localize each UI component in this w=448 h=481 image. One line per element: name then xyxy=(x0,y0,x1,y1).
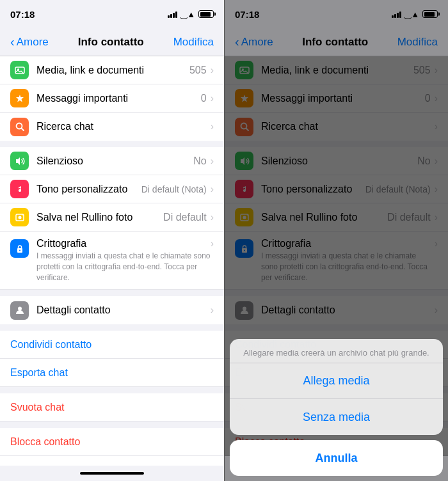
tone-value-left: Di default (Nota) xyxy=(141,184,207,194)
status-bar-left: 07:18 ‿▲ xyxy=(0,0,224,28)
nav-title-left: Info contatto xyxy=(78,36,144,49)
contact-details-row-left[interactable]: Dettagli contatto › xyxy=(0,296,224,324)
svg-point-10 xyxy=(18,307,22,311)
search-label-left: Ricerca chat xyxy=(36,121,211,132)
starred-row-left[interactable]: Messaggi importanti 0 › xyxy=(0,84,224,113)
wifi-icon: ‿▲ xyxy=(180,10,195,19)
time-left: 07:18 xyxy=(10,9,35,20)
media-label-left: Media, link e documenti xyxy=(36,65,189,76)
senza-media-button[interactable]: Senza media xyxy=(230,399,443,435)
svg-point-6 xyxy=(18,216,21,219)
condividi-label-left: Condividi contatto xyxy=(10,339,92,351)
back-label-left: Amore xyxy=(17,36,49,49)
content-left: Media, link e documenti 505 › Messaggi i… xyxy=(0,56,224,466)
svuota-label-left: Svuota chat xyxy=(10,402,65,413)
starred-label-left: Messaggi importanti xyxy=(36,93,201,104)
back-button-left[interactable]: ‹ Amore xyxy=(10,35,49,49)
lock-icon-left xyxy=(10,239,29,258)
blue-actions-left: Condividi contatto Esporta chat xyxy=(0,331,224,387)
media-icon-left xyxy=(10,61,29,79)
tone-label-left: Tono personalizzato xyxy=(36,184,141,195)
condividi-row-left[interactable]: Condividi contatto xyxy=(0,331,224,359)
mute-chevron-left: › xyxy=(211,155,214,167)
svuota-group-left: Svuota chat xyxy=(0,393,224,422)
starred-chevron-left: › xyxy=(211,93,214,104)
contact-details-chevron-left: › xyxy=(211,304,214,316)
encryption-row-left[interactable]: Crittografia I messaggi inviati a questa… xyxy=(0,232,224,290)
action-sheet-overlay: Allegare media creerà un archivio chat p… xyxy=(225,0,448,481)
encryption-title-left: Crittografia xyxy=(36,238,211,249)
annulla-button[interactable]: Annulla xyxy=(230,440,443,476)
group3-left: Dettagli contatto › xyxy=(0,296,224,324)
contact-icon-left xyxy=(10,301,29,320)
svg-point-7 xyxy=(22,214,24,216)
media-chevron-left: › xyxy=(211,65,214,76)
mute-value-left: No xyxy=(193,155,206,167)
battery-icon xyxy=(198,10,214,18)
action-sheet-cancel-group: Annulla xyxy=(230,440,443,476)
action-sheet: Allegare media creerà un archivio chat p… xyxy=(225,334,448,481)
svg-point-1 xyxy=(17,68,19,70)
action-sheet-title: Allegare media creerà un archivio chat p… xyxy=(230,339,443,363)
group1-left: Media, link e documenti 505 › Messaggi i… xyxy=(0,56,224,141)
allega-media-button[interactable]: Allega media xyxy=(230,363,443,399)
svuota-row-left[interactable]: Svuota chat xyxy=(0,393,224,422)
star-icon-left xyxy=(10,89,29,107)
encryption-desc-left: I messaggi inviati a questa chat e le ch… xyxy=(36,251,211,283)
svg-point-9 xyxy=(19,249,20,251)
save-row-left[interactable]: Salva nel Rullino foto Di default › xyxy=(0,203,224,232)
save-value-left: Di default xyxy=(163,212,207,223)
chevron-left-icon: ‹ xyxy=(10,35,15,49)
home-bar-left xyxy=(80,472,144,475)
starred-value-left: 0 xyxy=(201,93,207,104)
group2-left: Silenzioso No › Tono personalizzato Di d… xyxy=(0,147,224,290)
blocca-row-left[interactable]: Blocca contatto xyxy=(0,428,224,456)
tone-chevron-left: › xyxy=(211,184,214,195)
tone-row-left[interactable]: Tono personalizzato Di default (Nota) › xyxy=(0,175,224,203)
svg-line-4 xyxy=(21,129,24,131)
tone-icon-left xyxy=(10,180,29,198)
media-row-left[interactable]: Media, link e documenti 505 › xyxy=(0,56,224,84)
save-chevron-left: › xyxy=(211,212,214,223)
status-icons-left: ‿▲ xyxy=(168,10,214,19)
mute-row-left[interactable]: Silenzioso No › xyxy=(0,147,224,175)
esporta-row-left[interactable]: Esporta chat xyxy=(0,359,224,387)
contact-details-label-left: Dettagli contatto xyxy=(36,304,211,316)
home-indicator-left xyxy=(0,466,224,481)
media-value-left: 505 xyxy=(189,65,207,76)
search-icon-left xyxy=(10,118,29,136)
search-row-left[interactable]: Ricerca chat › xyxy=(0,113,224,141)
action-sheet-main-group: Allegare media creerà un archivio chat p… xyxy=(230,339,443,435)
save-label-left: Salva nel Rullino foto xyxy=(36,212,163,223)
encryption-content-left: Crittografia I messaggi inviati a questa… xyxy=(36,238,211,283)
blocca-label-left: Blocca contatto xyxy=(10,436,80,448)
search-chevron-left: › xyxy=(211,121,214,132)
blocca-group-left: Blocca contatto Segnala contatto xyxy=(0,428,224,466)
mute-label-left: Silenzioso xyxy=(36,155,193,167)
esporta-label-left: Esporta chat xyxy=(10,367,68,379)
save-icon-left xyxy=(10,208,29,226)
nav-bar-left: ‹ Amore Info contatto Modifica xyxy=(0,28,224,56)
right-panel: 07:18 ‿▲ ‹ Amore Info contatto Modifica xyxy=(224,0,448,481)
svg-marker-2 xyxy=(16,95,24,102)
segnala-row-left[interactable]: Segnala contatto xyxy=(0,456,224,466)
encryption-chevron-left: › xyxy=(211,238,214,249)
modifica-button-left[interactable]: Modifica xyxy=(173,36,214,49)
signal-icon xyxy=(168,10,177,18)
mute-icon-left xyxy=(10,152,29,170)
left-panel: 07:18 ‿▲ ‹ Amore Info contatto Modifica xyxy=(0,0,224,481)
